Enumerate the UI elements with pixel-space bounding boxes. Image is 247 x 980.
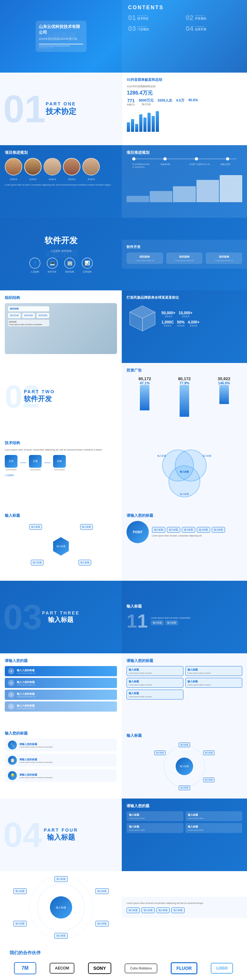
bar-8 [156, 111, 159, 132]
partner-logo-3: SONY [88, 963, 112, 974]
tech-bottom: 人员架构 [5, 474, 117, 477]
slide-input2: 请输入您的题 ✦ 输入入您的标题 Lorem ipsum dolor sit ✦… [0, 653, 247, 726]
p4-box-4: 输入标题 Lorem ipsum dolor [185, 823, 242, 833]
ig-box-3: 输入标题 Lorem ipsum dolor sit amet [127, 678, 184, 688]
venn-label-3: 输入标题 [180, 493, 189, 496]
cover-left: 山东云优科技技术有限公司 2023年度总结及2024年度计划 www.ikutu… [0, 0, 122, 73]
input1-title: 输入标题 [5, 513, 117, 518]
input1-left: 输入标题 输入标题 输入标题 输入标题 输入标题 输入标题 [0, 508, 122, 581]
company-name: 山东云优科技技术有限公司 [39, 24, 83, 35]
org-title: 组织结构 [5, 295, 117, 301]
part4-grid: 输入标题 Lorem ipsum dolor 输入标题 Lorem ipsum … [127, 811, 242, 833]
software-right: 软件开发 组织架构 Lorem ipsum dolor sit 组织架构 Lor… [122, 240, 247, 269]
contents-num-1: 01 [128, 14, 136, 22]
ig-box-5: 输入标题 Lorem ipsum dolor sit amet [127, 690, 184, 700]
orbit-box-1: 输入标题 [179, 743, 190, 747]
input3-items: 🔧 请输入您的标题 Lorem ipsum dolor sit amet con… [5, 739, 117, 782]
partners-logos: 7M AECOM SONY Cohn Robbins FLUOR LOGO [10, 962, 238, 974]
orbit-boxes-right: 输入标题 输入标题 输入标题 输入标题 [127, 907, 242, 913]
ig-desc-2: Lorem ipsum dolor sit amet [188, 672, 240, 674]
brand-content: 50,000+ 某某某某 10,000+ 某某某某 1,000C 某某某某 50… [127, 302, 242, 336]
tl-dot-2 [163, 157, 166, 161]
orbit-full-center: 输入标题 [50, 896, 72, 918]
orbit-container: 输入标题 输入标题 输入标题 输入标题 输入标题 输入标题 [153, 741, 216, 792]
ig-desc-5: Lorem ipsum dolor sit amet [129, 696, 181, 698]
i3-desc-2: Lorem ipsum dolor sit amet consectetur [19, 761, 53, 763]
part3-bg-num: 03 [3, 600, 42, 635]
org-photo-bg: 组织结构 组织结构 组织结构 组织结构 组织结构Lorem ipsum dolo… [5, 303, 117, 354]
of-box-4: 输入标题 [54, 933, 68, 939]
brand-stat-1: 50,000+ 某某某某 [162, 311, 176, 318]
slide-ads: 02 PART TWO 软件开发 投资广告 80,172 47.1% 80,17… [0, 363, 247, 436]
ads-bar-3 [219, 385, 229, 404]
org-left: 组织结构 组织结构 组织结构 组织结构 组织结构 组织结构Lorem ipsum… [0, 290, 122, 363]
part-one-label: PART ONE [46, 101, 76, 107]
cube-svg [127, 302, 158, 334]
venn-center: 输入标题 [180, 470, 189, 473]
tech-label-2: Lorem ipsum [29, 469, 42, 471]
di-title-3: 输入入您的标题 [17, 692, 35, 696]
of-box-2: 输入标题 [95, 888, 109, 894]
ads-bar-2 [180, 385, 189, 417]
tech-label-1: Lorem ipsum [5, 469, 17, 471]
tl-label-3: 正式推广运营期 2027.06 [189, 163, 211, 169]
part3-left: 03 PART THREE 输入标题 [0, 581, 122, 653]
step-2-label: 软件开发 [48, 270, 57, 274]
point-box-5: 输入标题 [212, 527, 225, 533]
orbit-full-container: 输入标题 输入标题 输入标题 输入标题 输入标题 输入标题 输入标题 [0, 871, 122, 944]
bar-5 [143, 118, 147, 132]
org-box-1: 组织结构 [8, 306, 49, 311]
point-layout: POINT 输入标题 输入标题 输入标题 输入标题 输入标题 Lorem ips… [127, 521, 242, 543]
brand-stat-5: 4,000+ 某某某某 [188, 320, 200, 327]
input2-title: 请输入您的题 [5, 658, 117, 663]
diamond-layout: ✦ 输入入您的标题 Lorem ipsum dolor sit ✦ 输入入您的标… [5, 666, 117, 711]
chart-col-3 [173, 186, 195, 202]
orbit-center: 输入标题 [176, 757, 193, 775]
ig-box-1: 输入标题 Lorem ipsum dolor sit amet [127, 666, 184, 676]
bar-7 [152, 116, 155, 132]
ads-stat-3: 35,922 146.0% [206, 376, 242, 417]
slide-input3: 输入您的标题 🔧 请输入您的标题 Lorem ipsum dolor sit a… [0, 726, 247, 799]
p4-box-3-desc: Lorem ipsum dolor [129, 829, 181, 831]
sw-box-2-desc: Lorem ipsum dolor sit [169, 259, 200, 261]
org-box-4: 组织结构 [36, 313, 49, 318]
bar-4 [139, 114, 142, 132]
team-left: 项目推进规划 成员姓名 成员姓名 成员姓名 成员姓名 成员姓 [0, 145, 122, 218]
bs-2-num: 10,000+ [179, 311, 193, 315]
stat-3-num: 1659人次 [157, 98, 172, 103]
part4-right: 请输入您的题 输入标题 Lorem ipsum dolor 输入标题 Lorem… [122, 799, 247, 871]
i3-desc-3: Lorem ipsum dolor sit amet consectetur [19, 776, 53, 778]
bs-4-label: 某某某某 [177, 325, 185, 327]
sw-box-1: 组织架构 Lorem ipsum dolor sit [127, 253, 163, 264]
part3-right-boxes: Lorem ipsum dolor sit amet, consectetur … [151, 617, 242, 625]
contents-item-1: 01 技术协定 [128, 14, 183, 22]
input1-right: 请输入您的标题 POINT 输入标题 输入标题 输入标题 输入标题 输入标题 L… [122, 508, 247, 581]
tech-connector-1 [20, 463, 26, 463]
orbit-box-2: 输入标题 [203, 751, 215, 755]
ads-s1-v1: 80,172 [127, 376, 163, 381]
tech-title: 技术结构 [5, 440, 117, 446]
p4-box-4-desc: Lorem ipsum dolor [188, 829, 240, 831]
ig-title-5: 输入标题 [129, 692, 181, 695]
ig-title-1: 输入标题 [129, 668, 181, 671]
sw-box-3-desc: Lorem ipsum dolor sit [208, 259, 240, 261]
tech-right: 输入标题 输入标题 输入标题 输入标题 [122, 436, 247, 508]
contents-num-3: 03 [128, 24, 136, 33]
di-icon-4: ✦ [8, 703, 14, 710]
orbit-full: 输入标题 输入标题 输入标题 输入标题 输入标题 输入标题 输入标题 [13, 875, 109, 939]
team-photo-5 [82, 158, 100, 175]
part3-right-content: 11 Lorem ipsum dolor sit amet, consectet… [127, 612, 242, 631]
brand-title: 打造民族品牌跻身全球某某某前位 [127, 295, 242, 300]
tech-label-3: Lorem ipsum [53, 469, 66, 471]
orbit-desc: Lorem ipsum dolor sit amet consectetur a… [127, 902, 242, 905]
venn-label-1: 输入标题 [157, 454, 166, 458]
tl-label-4: 稳健运营期 [221, 163, 236, 169]
hex-box-3: 输入标题 [31, 560, 44, 565]
i3-icon-3: 💡 [8, 771, 17, 780]
tech-node-3: 目标 Lorem ipsum [53, 455, 66, 471]
slide-cover: 山东云优科技技术有限公司 2023年度总结及2024年度计划 www.ikutu… [0, 0, 247, 73]
slide-part4: 04 PART FOUR 输入标题 请输入您的题 输入标题 Lorem ipsu… [0, 799, 247, 871]
of-box-1: 输入标题 [54, 876, 68, 882]
part3-subtitle: 输入标题 [42, 616, 79, 624]
stat-4-num: 4.5万 [176, 98, 184, 103]
